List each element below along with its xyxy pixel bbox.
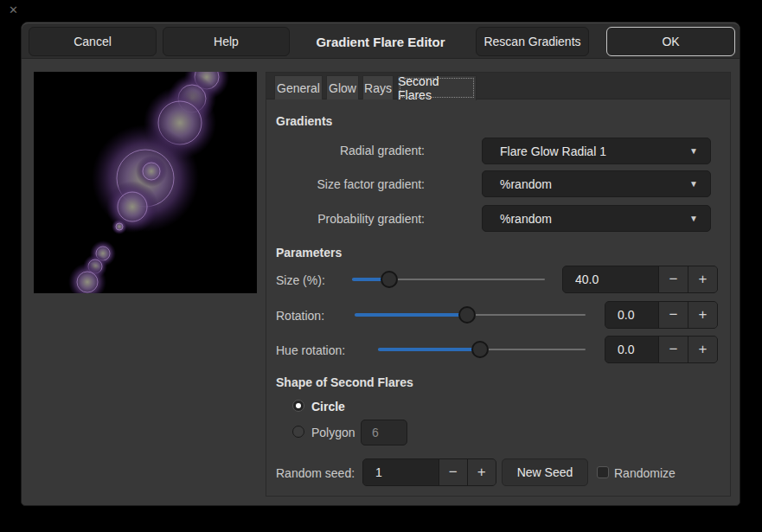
size-increment-button[interactable]: + (688, 266, 717, 292)
size-label: Size (%): (276, 273, 325, 287)
rotation-increment-button[interactable]: + (688, 302, 717, 328)
polygon-radio[interactable] (292, 426, 304, 438)
tab-rays[interactable]: Rays (362, 75, 394, 99)
hue-rotation-decrement-button[interactable]: − (658, 337, 688, 362)
radial-gradient-label: Radial gradient: (276, 144, 425, 157)
slider-knob[interactable] (458, 306, 476, 324)
help-button[interactable]: Help (163, 27, 290, 56)
window-close-icon[interactable]: ✕ (9, 3, 18, 16)
chevron-down-icon: ▼ (689, 179, 710, 189)
tab-second-flares[interactable]: Second Flares (397, 75, 477, 100)
probability-gradient-label: Probability gradient: (276, 212, 425, 226)
tab-bar: General Glow Rays Second Flares (266, 73, 730, 99)
rotation-spinbutton: − + (605, 301, 718, 329)
dropdown-value: Flare Glow Radial 1 (483, 144, 689, 158)
random-seed-spinbutton: − + (362, 458, 496, 486)
random-seed-increment-button[interactable]: + (467, 459, 496, 485)
rotation-slider[interactable] (355, 301, 586, 329)
tab-general[interactable]: General (274, 75, 323, 99)
rotation-label: Rotation: (276, 309, 324, 323)
shape-heading: Shape of Second Flares (276, 375, 413, 389)
random-seed-input[interactable] (363, 459, 439, 485)
dropdown-value: %random (483, 177, 689, 191)
probability-gradient-dropdown[interactable]: %random ▼ (482, 205, 711, 232)
size-decrement-button[interactable]: − (658, 266, 688, 292)
circle-radio-label: Circle (311, 400, 345, 413)
circle-radio[interactable] (292, 400, 304, 412)
polygon-radio-label: Polygon (311, 426, 355, 439)
tab-label: Glow (329, 81, 356, 95)
randomize-label: Randomize (614, 466, 676, 480)
new-seed-button[interactable]: New Seed (502, 458, 588, 486)
size-slider[interactable] (352, 266, 545, 293)
slider-knob[interactable] (471, 341, 489, 358)
slider-knob[interactable] (381, 271, 398, 288)
header-bar: Cancel Help Gradient Flare Editor Rescan… (22, 22, 740, 59)
gradients-heading: Gradients (276, 114, 332, 128)
ok-button[interactable]: OK (606, 27, 735, 56)
gradient-flare-editor-dialog: Cancel Help Gradient Flare Editor Rescan… (21, 22, 740, 506)
size-factor-gradient-label: Size factor gradient: (276, 177, 425, 191)
rotation-decrement-button[interactable]: − (658, 302, 688, 328)
random-seed-label: Random seed: (276, 466, 355, 480)
rotation-value-input[interactable] (605, 302, 658, 328)
parameters-heading: Parameters (276, 246, 342, 260)
settings-panel: General Glow Rays Second Flares Gradient… (266, 72, 731, 497)
flare-preview (34, 72, 257, 293)
flare-preview-image (34, 72, 257, 293)
size-value-input[interactable] (563, 266, 658, 292)
hue-rotation-value-input[interactable] (605, 337, 658, 362)
slider-fill (355, 313, 467, 317)
hue-rotation-slider[interactable] (378, 336, 586, 363)
tab-label: Second Flares (398, 74, 476, 102)
hue-rotation-increment-button[interactable]: + (688, 337, 717, 362)
tab-label: General (277, 81, 320, 95)
randomize-checkbox[interactable] (597, 466, 609, 478)
cancel-button[interactable]: Cancel (29, 27, 157, 56)
size-spinbutton: − + (562, 266, 718, 293)
rescan-gradients-button[interactable]: Rescan Gradients (476, 27, 589, 56)
tab-glow[interactable]: Glow (326, 75, 359, 99)
chevron-down-icon: ▼ (689, 214, 710, 223)
tab-label: Rays (364, 81, 392, 95)
slider-fill (378, 348, 480, 351)
random-seed-decrement-button[interactable]: − (439, 459, 467, 485)
dropdown-value: %random (483, 212, 689, 226)
hue-rotation-spinbutton: − + (605, 336, 718, 363)
radial-gradient-dropdown[interactable]: Flare Glow Radial 1 ▼ (482, 138, 711, 164)
polygon-sides-input[interactable] (361, 420, 407, 445)
hue-rotation-label: Hue rotation: (276, 343, 345, 357)
chevron-down-icon: ▼ (689, 146, 710, 156)
size-factor-gradient-dropdown[interactable]: %random ▼ (482, 170, 711, 197)
